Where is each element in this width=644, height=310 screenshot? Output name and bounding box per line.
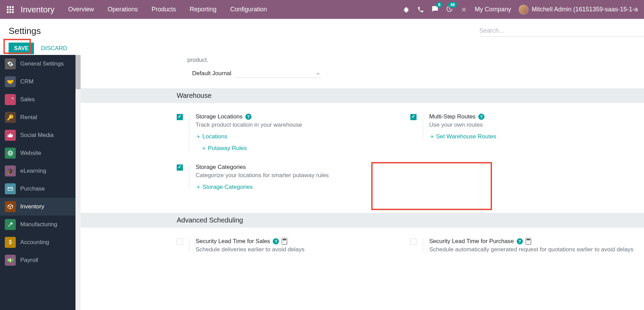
sidebar-item-accounting[interactable]: $Accounting	[0, 233, 75, 251]
checkbox-multistep-routes[interactable]	[410, 114, 417, 120]
nav-overview[interactable]: Overview	[68, 6, 94, 13]
setting-title: Security Lead Time for Sales	[196, 238, 270, 245]
sidebar-scrollbar[interactable]	[75, 55, 81, 310]
truncated-text: product.	[81, 55, 644, 64]
sidebar-label: Inventory	[20, 203, 44, 210]
calculator-icon[interactable]	[282, 238, 287, 245]
setting-desc: Schedule deliveries earlier to avoid del…	[196, 246, 305, 253]
user-menu[interactable]: Mitchell Admin (16151359-saas-15-1-a	[519, 5, 638, 14]
checkbox-lead-time-sales[interactable]	[177, 239, 183, 245]
bug-icon[interactable]	[403, 6, 410, 13]
messages-icon[interactable]: 6	[432, 5, 438, 14]
link-putaway-rules[interactable]: Putaway Rules	[201, 145, 302, 152]
section-warehouse: Warehouse	[81, 88, 644, 103]
nav-configuration[interactable]: Configuration	[230, 6, 267, 13]
sidebar-item-manufacturing[interactable]: Manufacturing	[0, 216, 75, 233]
setting-multistep-routes: Multi-Step Routes? Use your own routes S…	[410, 113, 644, 140]
default-journal-label: Default Journal	[192, 70, 231, 77]
help-icon[interactable]: ?	[273, 238, 279, 244]
setting-title: Storage Locations	[196, 113, 243, 120]
app-brand[interactable]: Inventory	[21, 5, 55, 14]
setting-storage-categories: Storage Categories Categorize your locat…	[177, 164, 410, 191]
sidebar-label: Sales	[20, 96, 35, 103]
nav-products[interactable]: Products	[152, 6, 176, 13]
nav-operations[interactable]: Operations	[108, 6, 138, 13]
svg-rect-4	[10, 9, 11, 10]
arrow-icon	[201, 146, 206, 151]
arrow-icon	[196, 134, 200, 139]
link-locations[interactable]: Locations	[196, 133, 302, 140]
default-journal-select[interactable]	[235, 69, 321, 78]
svg-rect-0	[7, 6, 9, 8]
sidebar-label: eLearning	[20, 168, 46, 174]
sidebar-item-website[interactable]: Website	[0, 144, 75, 162]
checkbox-storage-categories[interactable]	[177, 164, 183, 171]
help-icon[interactable]: ?	[478, 114, 484, 120]
sidebar-item-inventory[interactable]: Inventory	[0, 198, 75, 216]
checkbox-lead-time-purchase[interactable]	[410, 239, 417, 245]
calculator-icon[interactable]	[526, 238, 531, 245]
svg-rect-12	[8, 187, 13, 191]
setting-lead-time-sales: Security Lead Time for Sales? Schedule d…	[177, 238, 410, 253]
link-set-warehouse-routes[interactable]: Set Warehouse Routes	[429, 133, 496, 140]
key-icon: 🔑	[5, 112, 16, 123]
svg-rect-6	[7, 11, 9, 13]
sidebar-item-payroll[interactable]: 💵Payroll	[0, 251, 75, 269]
setting-desc: Schedule automatically generated request…	[429, 246, 633, 253]
save-button[interactable]: SAVE	[9, 43, 34, 54]
top-nav: Inventory Overview Operations Products R…	[0, 0, 644, 19]
settings-main: product. Default Journal Warehouse Stora…	[81, 55, 644, 310]
messages-badge: 6	[436, 2, 443, 8]
box-icon	[5, 201, 16, 212]
sidebar-label: General Settings	[20, 60, 64, 67]
sidebar-label: Rental	[20, 114, 37, 121]
activity-icon[interactable]: 46	[446, 5, 453, 14]
thumbsup-icon	[5, 130, 16, 141]
svg-rect-5	[12, 9, 14, 10]
apps-icon[interactable]	[6, 5, 14, 14]
wrench-icon	[5, 219, 16, 230]
sidebar-item-social[interactable]: Social Media	[0, 126, 75, 144]
sidebar-label: Accounting	[20, 239, 49, 246]
globe-icon	[5, 148, 16, 159]
sidebar-item-general[interactable]: General Settings	[0, 55, 75, 73]
user-name: Mitchell Admin (16151359-saas-15-1-a	[532, 6, 638, 13]
close-icon[interactable]	[460, 6, 467, 13]
sidebar-label: CRM	[20, 78, 34, 85]
sidebar-label: Website	[20, 150, 41, 157]
arrow-icon	[196, 185, 200, 190]
activity-badge: 46	[448, 2, 457, 8]
link-storage-categories[interactable]: Storage Categories	[196, 184, 329, 191]
svg-rect-1	[10, 6, 11, 8]
page-header: Settings SAVE DISCARD	[0, 19, 644, 55]
handshake-icon: 🤝	[5, 76, 16, 87]
discard-button[interactable]: DISCARD	[41, 45, 67, 52]
setting-lead-time-purchase: Security Lead Time for Purchase? Schedul…	[410, 238, 644, 253]
setting-desc: Track product location in your warehouse	[196, 122, 302, 128]
sidebar-label: Manufacturing	[20, 221, 57, 228]
section-scheduling: Advanced Scheduling	[81, 213, 644, 228]
svg-rect-7	[10, 11, 11, 13]
svg-rect-3	[7, 9, 9, 10]
avatar	[519, 5, 528, 14]
sidebar-item-sales[interactable]: Sales	[0, 91, 75, 108]
setting-title: Storage Categories	[196, 164, 246, 171]
sidebar-item-crm[interactable]: 🤝CRM	[0, 73, 75, 91]
sidebar-item-rental[interactable]: 🔑Rental	[0, 108, 75, 126]
arrow-icon	[429, 134, 434, 139]
phone-icon[interactable]	[417, 6, 424, 13]
setting-desc: Use your own routes	[429, 122, 496, 128]
graduation-icon: 🎓	[5, 165, 16, 176]
company-switcher[interactable]: My Company	[475, 6, 511, 13]
gear-icon	[5, 58, 16, 69]
checkbox-storage-locations[interactable]	[177, 114, 183, 120]
help-icon[interactable]: ?	[517, 238, 523, 244]
sidebar-item-purchase[interactable]: Purchase	[0, 180, 75, 198]
nav-reporting[interactable]: Reporting	[190, 6, 216, 13]
card-icon	[5, 183, 16, 194]
setting-storage-locations: Storage Locations? Track product locatio…	[177, 113, 410, 152]
search-input[interactable]	[479, 25, 644, 37]
sidebar-label: Payroll	[20, 257, 38, 264]
sidebar-item-elearning[interactable]: 🎓eLearning	[0, 162, 75, 180]
help-icon[interactable]: ?	[245, 114, 251, 120]
